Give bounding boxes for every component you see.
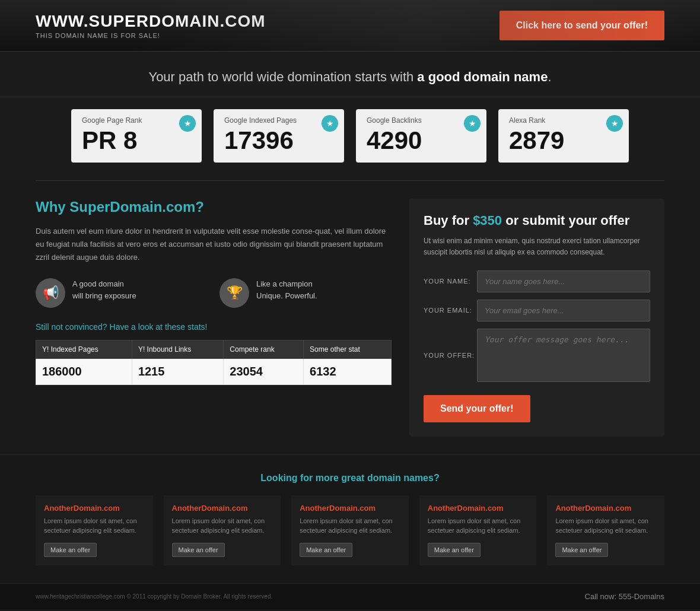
- buy-price: $350: [473, 213, 502, 228]
- stat-value-backlinks: 4290: [367, 127, 476, 154]
- extra-stats-table: Y! Indexed Pages Y! Inbound Links Compet…: [36, 340, 392, 385]
- stat-badge-pagerank: ★: [179, 115, 196, 132]
- stats-section: Google Page Rank PR 8 ★ Google Indexed P…: [0, 97, 700, 180]
- offer-form-row: YOUR OFFER:: [424, 329, 650, 382]
- stat-value-pagerank: PR 8: [82, 127, 191, 154]
- stat-label-indexed: Google Indexed Pages: [224, 116, 333, 125]
- table-header-indexed: Y! Indexed Pages: [36, 340, 132, 359]
- send-offer-button[interactable]: Send your offer!: [424, 395, 530, 422]
- stat-value-alexa: 2879: [509, 127, 618, 154]
- bottom-bar: www.heritagechristiancollege.com © 2011 …: [0, 583, 700, 609]
- stat-label-backlinks: Google Backlinks: [367, 116, 476, 125]
- domain-desc-3: Lorem ipsum dolor sit amet, con sectetue…: [300, 516, 400, 536]
- benefit-champion-text: Like a champion Unique. Powerful.: [256, 278, 317, 301]
- domain-offer-btn-3[interactable]: Make an offer: [300, 543, 352, 557]
- stat-badge-alexa: ★: [606, 115, 623, 132]
- domain-card-1: AnotherDomain.com Lorem ipsum dolor sit …: [36, 495, 153, 565]
- buy-title-end: or submit your offer: [502, 213, 629, 228]
- domain-offer-btn-4[interactable]: Make an offer: [428, 543, 481, 557]
- domain-tagline: THIS DOMAIN NAME IS FOR SALE!: [36, 32, 266, 39]
- name-form-row: YOUR NAME:: [424, 271, 650, 292]
- name-input[interactable]: [477, 271, 650, 292]
- table-header-inbound: Y! Inbound Links: [132, 340, 223, 359]
- domain-offer-btn-5[interactable]: Make an offer: [555, 543, 608, 557]
- trophy-icon: 🏆: [219, 278, 249, 308]
- domain-offer-btn-1[interactable]: Make an offer: [44, 543, 97, 557]
- table-val-compete: 23054: [224, 359, 304, 385]
- stat-card-indexed: Google Indexed Pages 17396 ★: [214, 109, 344, 163]
- stat-badge-backlinks: ★: [464, 115, 481, 132]
- megaphone-icon: 📢: [36, 278, 65, 308]
- offer-textarea[interactable]: [477, 329, 650, 382]
- buy-title: Buy for $350 or submit your offer: [424, 213, 650, 228]
- email-label: YOUR EMAIL:: [424, 307, 477, 314]
- header-cta-button[interactable]: Click here to send your offer!: [499, 11, 664, 40]
- stat-card-backlinks: Google Backlinks 4290 ★: [356, 109, 486, 163]
- stat-badge-indexed: ★: [322, 115, 338, 132]
- stat-label-pagerank: Google Page Rank: [82, 116, 191, 125]
- hero-text-end: .: [548, 69, 551, 84]
- right-column: Buy for $350 or submit your offer Ut wis…: [409, 199, 664, 436]
- email-form-row: YOUR EMAIL:: [424, 300, 650, 322]
- domain-card-3: AnotherDomain.com Lorem ipsum dolor sit …: [291, 495, 409, 565]
- stat-card-pagerank: Google Page Rank PR 8 ★: [71, 109, 202, 163]
- offer-label: YOUR OFFER:: [424, 352, 477, 359]
- domain-name-2[interactable]: AnotherDomain.com: [172, 504, 273, 513]
- site-header: WWW.SUPERDOMAIN.COM THIS DOMAIN NAME IS …: [0, 0, 700, 52]
- phone-number: Call now: 555-Domains: [585, 592, 664, 601]
- domain-name: WWW.SUPERDOMAIN.COM: [36, 12, 266, 31]
- stat-value-indexed: 17396: [224, 127, 333, 154]
- buy-title-plain: Buy for: [424, 213, 473, 228]
- domain-desc-1: Lorem ipsum dolor sit amet, con sectetue…: [44, 516, 145, 536]
- domain-desc-4: Lorem ipsum dolor sit amet, con sectetue…: [428, 516, 529, 536]
- benefit-exposure-text: A good domain will bring exposure: [72, 278, 136, 301]
- stats-cta-text: Still not convinced? Have a look at thes…: [36, 322, 392, 332]
- domain-desc-2: Lorem ipsum dolor sit amet, con sectetue…: [172, 516, 273, 536]
- hero-section: Your path to world wide domination start…: [0, 52, 700, 97]
- copyright-text: www.heritagechristiancollege.com © 2011 …: [36, 593, 272, 600]
- main-content: Why SuperDomain.com? Duis autem vel eum …: [0, 181, 700, 454]
- domains-grid: AnotherDomain.com Lorem ipsum dolor sit …: [36, 495, 664, 565]
- email-input[interactable]: [477, 300, 650, 322]
- footer-domains: Looking for more great domain names? Ano…: [0, 454, 700, 583]
- domain-desc-5: Lorem ipsum dolor sit amet, con sectetue…: [555, 516, 656, 536]
- domain-name-3[interactable]: AnotherDomain.com: [300, 504, 400, 513]
- hero-text-bold: a good domain name: [417, 69, 548, 84]
- benefit-champion: 🏆 Like a champion Unique. Powerful.: [219, 278, 392, 308]
- footer-domains-title: Looking for more great domain names?: [36, 473, 664, 483]
- table-val-other: 6132: [304, 359, 392, 385]
- table-val-indexed: 186000: [36, 359, 132, 385]
- stat-label-alexa: Alexa Rank: [509, 116, 618, 125]
- why-body: Duis autem vel eum iriure dolor in hendr…: [36, 225, 392, 264]
- benefit-exposure: 📢 A good domain will bring exposure: [36, 278, 208, 308]
- why-title: Why SuperDomain.com?: [36, 199, 392, 215]
- domain-name-4[interactable]: AnotherDomain.com: [428, 504, 529, 513]
- name-label: YOUR NAME:: [424, 278, 477, 285]
- left-column: Why SuperDomain.com? Duis autem vel eum …: [36, 199, 392, 436]
- stat-card-alexa: Alexa Rank 2879 ★: [498, 109, 629, 163]
- table-val-inbound: 1215: [132, 359, 223, 385]
- hero-text: Your path to world wide domination start…: [36, 69, 664, 85]
- buy-description: Ut wisi enim ad minim veniam, quis nostr…: [424, 236, 650, 258]
- domain-name-5[interactable]: AnotherDomain.com: [555, 504, 656, 513]
- table-header-compete: Compete rank: [224, 340, 304, 359]
- benefits-section: 📢 A good domain will bring exposure 🏆 Li…: [36, 278, 392, 308]
- domain-card-5: AnotherDomain.com Lorem ipsum dolor sit …: [547, 495, 664, 565]
- hero-text-plain: Your path to world wide domination start…: [148, 69, 417, 84]
- domain-card-4: AnotherDomain.com Lorem ipsum dolor sit …: [419, 495, 537, 565]
- domain-name-1[interactable]: AnotherDomain.com: [44, 504, 145, 513]
- header-left: WWW.SUPERDOMAIN.COM THIS DOMAIN NAME IS …: [36, 12, 266, 39]
- domain-card-2: AnotherDomain.com Lorem ipsum dolor sit …: [164, 495, 281, 565]
- domain-offer-btn-2[interactable]: Make an offer: [172, 543, 225, 557]
- table-header-other: Some other stat: [304, 340, 392, 359]
